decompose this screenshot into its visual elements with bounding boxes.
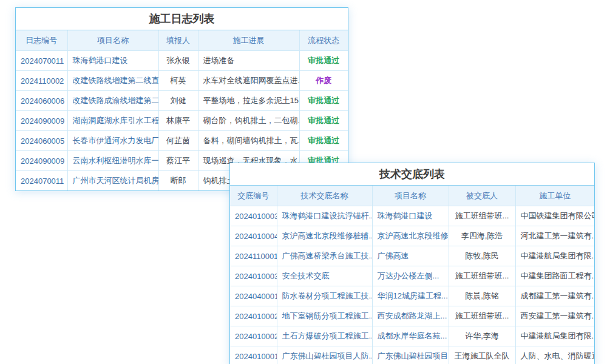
table-row: 2024010003安全技术交底万达办公楼左侧...施工班组带班...中建集团路… [230,266,594,286]
table-row: 2024110002改建铁路线增建第二线直...柯英水车对全线遮阳网覆盖点进..… [16,71,348,91]
status-badge: 审批通过 [299,131,348,151]
column-header: 施工单位 [515,186,594,206]
log-id-link[interactable]: 2024110002 [16,71,67,91]
progress-cell: 砌台阶，钩机排土，二包砌... [198,111,299,131]
column-header: 项目名称 [372,186,449,206]
log-id-link[interactable]: 2024060006 [16,91,67,111]
construction-unit-cell: 中建港航局集团有限... [515,246,594,266]
disclosure-id-link[interactable]: 2024040001 [230,286,277,306]
log-id-link[interactable]: 2024070011 [16,51,67,71]
project-name-link[interactable]: 广东佛山碧桂园项目 [372,346,449,364]
column-header: 交底编号 [230,186,277,206]
reporter-cell: 柯英 [158,71,198,91]
table-row: 2024010004京沪高速北京段维修桩辅...京沪高速北京段维修李四海,陈浩河… [230,226,594,246]
table-row: 2024060006改建铁路成渝线增建第二...刘健平整场地，拉走多余泥土15.… [16,91,348,111]
table-row: 2024090009湖南洞庭湖水库引水工程...林康平砌台阶，钩机排土，二包砌.… [16,111,348,131]
progress-cell: 水车对全线遮阳网覆盖点进... [198,71,299,91]
project-name-link[interactable]: 万达办公楼左侧... [372,266,449,286]
reporter-cell: 何芷茵 [158,131,198,151]
status-badge: 审批通过 [299,51,348,71]
construction-unit-cell: 中建集团路面工程有... [515,266,594,286]
construction-unit-cell: 中建港航局集团有限... [515,326,594,346]
status-badge: 审批通过 [299,111,348,131]
status-badge: 作废 [299,71,348,91]
disclosure-name-link[interactable]: 广东佛山碧桂园项目人防... [277,346,372,364]
disclosure-name-link[interactable]: 广佛高速桥梁承台施工技... [277,246,372,266]
table-row: 2024010003珠海鹤港口建设抗浮锚杆...珠海鹤港口建设施工班组带班...… [230,206,594,226]
disclosure-id-link[interactable]: 2024010002 [230,326,277,346]
project-name-link[interactable]: 西安成都路龙湖上... [372,306,449,326]
recipient-cell: 施工班组带班... [449,266,515,286]
table-row: 2024010002土石方爆破分项工程施工...成都水岸华庭名苑...许华,李海… [230,326,594,346]
construction-unit-cell: 人防、水电、消防暖通... [515,346,594,364]
status-badge: 审批通过 [299,91,348,111]
recipient-cell: 陈牧,陈民 [449,246,515,266]
project-name-link[interactable]: 长春市伊通河水力发电厂... [67,131,158,151]
technical-disclosure-title: 技术交底列表 [230,163,594,186]
construction-log-header: 日志编号项目名称填报人施工进展流程状态 [16,30,348,51]
recipient-cell: 施工班组带班... [449,206,515,226]
disclosure-name-link[interactable]: 土石方爆破分项工程施工... [277,326,372,346]
disclosure-id-link[interactable]: 2024110001 [230,246,277,266]
recipient-cell: 王海施工队全队 [449,346,515,364]
progress-cell: 备料，砌间墙钩机排土，瓦... [198,131,299,151]
disclosure-name-link[interactable]: 京沪高速北京段维修桩辅... [277,226,372,246]
technical-disclosure-panel: 技术交底列表 交底编号技术交底名称项目名称被交底人施工单位 2024010003… [229,163,595,364]
recipient-cell: 陈晨,陈铭 [449,286,515,306]
construction-unit-cell: 成都建工第一建筑有... [515,286,594,306]
construction-log-title: 施工日志列表 [16,8,348,30]
technical-disclosure-table: 交底编号技术交底名称项目名称被交底人施工单位 2024010003珠海鹤港口建设… [230,186,594,364]
progress-cell: 平整场地，拉走多余泥土15... [198,91,299,111]
project-name-link[interactable]: 改建铁路线增建第二线直... [67,71,158,91]
project-name-link[interactable]: 珠海鹤港口建设 [67,51,158,71]
project-name-link[interactable]: 云南水利枢纽潜明水库一... [67,151,158,171]
column-header: 技术交底名称 [277,186,372,206]
progress-cell: 进场准备 [198,51,299,71]
column-header: 流程状态 [299,30,348,51]
disclosure-id-link[interactable]: 2024010003 [230,206,277,226]
project-name-link[interactable]: 改建铁路成渝线增建第二... [67,91,158,111]
table-row: 2024010001广东佛山碧桂园项目人防...广东佛山碧桂园项目王海施工队全队… [230,346,594,364]
column-header: 日志编号 [16,30,67,51]
recipient-cell: 施工班组带班... [449,306,515,326]
disclosure-id-link[interactable]: 2024010002 [230,306,277,326]
project-name-link[interactable]: 湖南洞庭湖水库引水工程... [67,111,158,131]
log-id-link[interactable]: 2024090009 [16,111,67,131]
technical-disclosure-header: 交底编号技术交底名称项目名称被交底人施工单位 [230,186,594,206]
disclosure-name-link[interactable]: 防水卷材分项工程施工技... [277,286,372,306]
disclosure-name-link[interactable]: 珠海鹤港口建设抗浮锚杆... [277,206,372,226]
column-header: 施工进展 [198,30,299,51]
reporter-cell: 张永银 [158,51,198,71]
disclosure-id-link[interactable]: 2024010004 [230,226,277,246]
reporter-cell: 蔡江平 [158,151,198,171]
table-row: 2024010002地下室钢筋分项工程施工...西安成都路龙湖上...施工班组带… [230,306,594,326]
project-name-link[interactable]: 珠海鹤港口建设 [372,206,449,226]
reporter-cell: 林康平 [158,111,198,131]
reporter-cell: 断郎 [158,171,198,191]
column-header: 被交底人 [449,186,515,206]
project-name-link[interactable]: 京沪高速北京段维修 [372,226,449,246]
table-row: 2024040001防水卷材分项工程施工技...华润12城房建工程...陈晨,陈… [230,286,594,306]
log-id-link[interactable]: 2024070011 [16,171,67,191]
project-name-link[interactable]: 成都水岸华庭名苑... [372,326,449,346]
column-header: 项目名称 [67,30,158,51]
construction-unit-cell: 西安建工第一建筑有... [515,306,594,326]
project-name-link[interactable]: 华润12城房建工程... [372,286,449,306]
disclosure-id-link[interactable]: 2024010001 [230,346,277,364]
disclosure-name-link[interactable]: 地下室钢筋分项工程施工... [277,306,372,326]
table-row: 2024110001广佛高速桥梁承台施工技...广佛高速陈牧,陈民中建港航局集团… [230,246,594,266]
construction-unit-cell: 中国铁建集团有限公司 [515,206,594,226]
project-name-link[interactable]: 广州市天河区统计局机房... [67,171,158,191]
disclosure-name-link[interactable]: 安全技术交底 [277,266,372,286]
table-row: 2024060005长春市伊通河水力发电厂...何芷茵备料，砌间墙钩机排土，瓦.… [16,131,348,151]
log-id-link[interactable]: 2024060005 [16,131,67,151]
construction-unit-cell: 河北建工第一建筑有... [515,226,594,246]
recipient-cell: 李四海,陈浩 [449,226,515,246]
reporter-cell: 刘健 [158,91,198,111]
disclosure-id-link[interactable]: 2024010003 [230,266,277,286]
recipient-cell: 许华,李海 [449,326,515,346]
table-row: 2024070011珠海鹤港口建设张永银进场准备审批通过 [16,51,348,71]
log-id-link[interactable]: 2024090009 [16,151,67,171]
column-header: 填报人 [158,30,198,51]
project-name-link[interactable]: 广佛高速 [372,246,449,266]
